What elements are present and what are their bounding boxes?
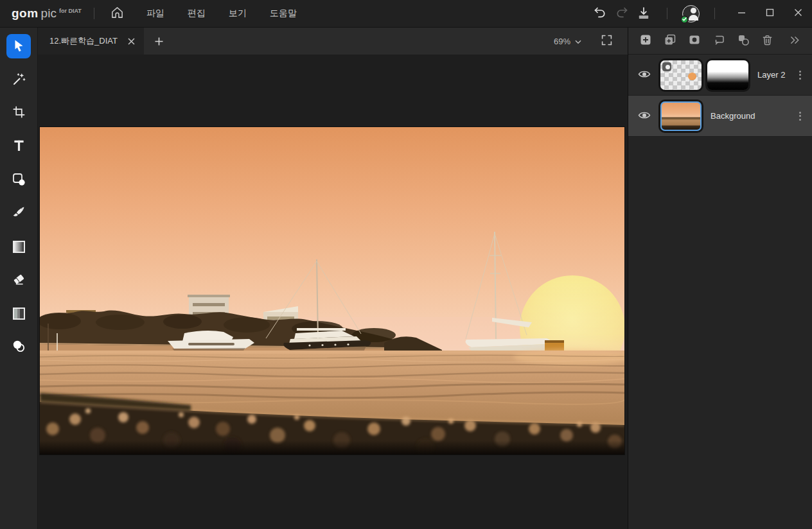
menu-file[interactable]: 파일 [140, 4, 171, 23]
tool-sidebar [0, 28, 38, 529]
titlebar-right [589, 0, 812, 27]
eye-icon [638, 69, 651, 81]
merge-layers-icon [737, 33, 750, 48]
tab-close-icon [128, 36, 135, 47]
tool-select[interactable] [6, 34, 31, 58]
titlebar-divider [667, 8, 667, 19]
layer2-visibility-toggle[interactable] [628, 69, 660, 81]
background-visibility-toggle[interactable] [628, 110, 660, 122]
download-button[interactable] [633, 3, 655, 24]
add-layer-button[interactable] [636, 31, 655, 50]
logo-suffix: for DIAT [59, 8, 82, 14]
layer-row-layer2[interactable]: Layer 2 [628, 55, 812, 96]
account-avatar[interactable] [682, 5, 700, 22]
logo-brand: gom [12, 6, 39, 21]
new-tab-button[interactable] [144, 28, 175, 55]
undo-button[interactable] [589, 3, 611, 24]
fullscreen-button[interactable] [596, 30, 617, 52]
mosaic-icon [13, 308, 25, 320]
shape-icon [12, 172, 26, 188]
sun-blob-preview [688, 73, 696, 80]
layer2-mask-thumbnail[interactable] [707, 60, 748, 90]
redo-button[interactable] [611, 3, 633, 24]
layers-empty-area [628, 137, 812, 529]
minimize-button[interactable] [727, 0, 755, 27]
canvas-workspace[interactable] [38, 55, 628, 529]
background-thumbnail[interactable] [660, 101, 702, 131]
redo-icon [615, 6, 629, 22]
chevrons-right-icon [790, 36, 800, 46]
close-button[interactable] [784, 0, 812, 27]
layer2-menu-button[interactable] [797, 68, 804, 82]
tool-crop[interactable] [6, 101, 31, 125]
tab-title: 12.빠른학습_DIAT [49, 35, 118, 47]
menu-view[interactable]: 보기 [222, 4, 253, 23]
home-button[interactable] [107, 3, 128, 24]
close-icon [794, 8, 802, 19]
layer2-thumbnail[interactable] [660, 60, 702, 90]
tool-brush[interactable] [6, 201, 31, 225]
merge-layers-button[interactable] [734, 31, 752, 50]
zoom-level-control[interactable]: 69% [554, 37, 581, 46]
layer-row-background[interactable]: Background [628, 96, 812, 137]
tool-text[interactable] [6, 134, 31, 159]
rotate-layer-icon [712, 33, 725, 48]
collapse-panel-button[interactable] [786, 31, 804, 50]
fullscreen-icon [601, 34, 613, 48]
add-layer-icon [639, 33, 652, 48]
titlebar: gom pic for DIAT 파일 편집 보기 도움말 [0, 0, 812, 28]
layer-name: Background [710, 111, 755, 121]
tool-color[interactable] [6, 334, 31, 359]
new-tab-icon [155, 34, 163, 48]
text-icon [12, 139, 26, 154]
tool-mosaic[interactable] [6, 301, 31, 325]
titlebar-divider [94, 8, 94, 19]
maximize-icon [766, 8, 774, 19]
tool-shape[interactable] [6, 168, 31, 192]
rotate-layer-button[interactable] [709, 31, 728, 50]
trash-icon [761, 34, 773, 48]
document-canvas[interactable] [40, 127, 624, 455]
home-icon [110, 6, 124, 21]
tool-magic-wand[interactable] [6, 67, 31, 92]
gradient-icon [13, 241, 25, 253]
menu-edit[interactable]: 편집 [181, 4, 212, 23]
menu-help[interactable]: 도움말 [263, 4, 303, 23]
tool-gradient[interactable] [6, 234, 31, 259]
layer-mask-icon [688, 33, 701, 48]
magic-wand-icon [12, 72, 26, 88]
background-menu-button[interactable] [797, 109, 804, 123]
layer-effect-badge [662, 62, 671, 71]
harbor-photo [40, 127, 624, 455]
zoom-level-value: 69% [554, 37, 570, 46]
titlebar-divider [714, 8, 715, 19]
tab-close-button[interactable] [128, 37, 135, 46]
duplicate-layer-icon [664, 33, 676, 48]
minimize-icon [737, 8, 746, 19]
zoom-dropdown-icon [575, 37, 581, 46]
layer-mask-button[interactable] [685, 31, 703, 50]
main-menu: 파일 편집 보기 도움말 [135, 4, 308, 23]
logo-product: pic [41, 6, 57, 21]
avatar-check-badge [680, 15, 689, 24]
duplicate-layer-button[interactable] [660, 31, 679, 50]
brush-icon [12, 205, 26, 221]
app-window: gom pic for DIAT 파일 편집 보기 도움말 [0, 0, 812, 529]
tab-bar: 12.빠른학습_DIAT 69% [38, 28, 628, 55]
eye-icon [638, 110, 651, 122]
app-logo: gom pic for DIAT [12, 6, 82, 21]
document-tab[interactable]: 12.빠른학습_DIAT [38, 28, 144, 55]
layers-panel: Layer 2 Background [628, 28, 812, 529]
avatar-person-icon [691, 8, 696, 13]
delete-layer-button[interactable] [758, 31, 777, 50]
layers-panel-header [628, 28, 812, 55]
eraser-icon [12, 272, 26, 288]
undo-icon [593, 6, 607, 22]
layer-name: Layer 2 [757, 70, 785, 80]
color-circles-icon [12, 339, 26, 355]
download-icon [637, 6, 651, 22]
select-cursor-icon [12, 39, 26, 55]
crop-icon [12, 105, 26, 121]
tool-eraser[interactable] [6, 268, 31, 292]
maximize-button[interactable] [755, 0, 784, 27]
